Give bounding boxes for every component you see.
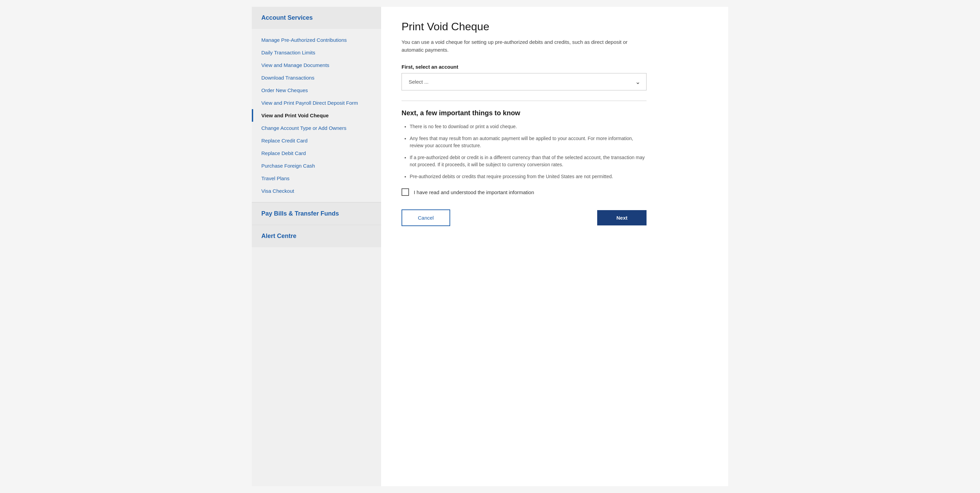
info-bullet-1: Any fees that may result from an automat… — [410, 135, 646, 149]
sidebar-item-view-print-payroll[interactable]: View and Print Payroll Direct Deposit Fo… — [252, 97, 381, 109]
sidebar-item-order-new-cheques[interactable]: Order New Cheques — [252, 84, 381, 97]
acknowledge-checkbox[interactable] — [401, 189, 409, 196]
page-description: You can use a void cheque for setting up… — [401, 38, 646, 54]
alert-centre-footer[interactable]: Alert Centre — [252, 225, 381, 247]
sidebar-item-replace-credit-card[interactable]: Replace Credit Card — [252, 134, 381, 147]
checkbox-row: I have read and understood the important… — [401, 189, 646, 196]
sidebar-link-view-print-payroll[interactable]: View and Print Payroll Direct Deposit Fo… — [252, 97, 381, 109]
account-services-section: Account Services Manage Pre-Authorized C… — [252, 7, 381, 202]
sidebar-item-daily-transaction-limits[interactable]: Daily Transaction Limits — [252, 46, 381, 59]
sidebar-item-change-account-type[interactable]: Change Account Type or Add Owners — [252, 122, 381, 134]
info-bullets-list: There is no fee to download or print a v… — [401, 123, 646, 180]
sidebar-item-download-transactions[interactable]: Download Transactions — [252, 71, 381, 84]
info-bullet-0: There is no fee to download or print a v… — [410, 123, 646, 130]
info-bullet-2: If a pre-authorized debit or credit is i… — [410, 154, 646, 168]
sidebar-link-replace-credit-card[interactable]: Replace Credit Card — [252, 134, 381, 147]
next-button[interactable]: Next — [597, 210, 646, 225]
sidebar-link-daily-transaction-limits[interactable]: Daily Transaction Limits — [252, 46, 381, 59]
info-section-title: Next, a few important things to know — [401, 109, 646, 117]
sidebar-link-travel-plans[interactable]: Travel Plans — [252, 172, 381, 185]
sidebar: Account Services Manage Pre-Authorized C… — [252, 7, 381, 486]
cancel-button[interactable]: Cancel — [401, 209, 450, 226]
sidebar-item-replace-debit-card[interactable]: Replace Debit Card — [252, 147, 381, 160]
sidebar-item-visa-checkout[interactable]: Visa Checkout — [252, 185, 381, 197]
sidebar-link-purchase-foreign-cash[interactable]: Purchase Foreign Cash — [252, 160, 381, 172]
sidebar-link-replace-debit-card[interactable]: Replace Debit Card — [252, 147, 381, 160]
sidebar-link-view-print-void-cheque[interactable]: View and Print Void Cheque — [253, 109, 381, 122]
sidebar-link-change-account-type[interactable]: Change Account Type or Add Owners — [252, 122, 381, 134]
checkbox-label: I have read and understood the important… — [414, 189, 534, 195]
sidebar-link-view-manage-documents[interactable]: View and Manage Documents — [252, 59, 381, 71]
sidebar-item-view-manage-documents[interactable]: View and Manage Documents — [252, 59, 381, 71]
select-account-label: First, select an account — [401, 64, 708, 70]
main-content: Print Void Cheque You can use a void che… — [381, 7, 728, 486]
info-section: Next, a few important things to know The… — [401, 109, 646, 196]
account-select[interactable]: Select ... — [401, 73, 646, 90]
sidebar-link-order-new-cheques[interactable]: Order New Cheques — [252, 84, 381, 97]
account-select-wrapper: Select ... ⌄ — [401, 73, 646, 90]
sidebar-link-download-transactions[interactable]: Download Transactions — [252, 71, 381, 84]
pay-bills-footer[interactable]: Pay Bills & Transfer Funds — [252, 202, 381, 225]
sidebar-nav: Manage Pre-Authorized ContributionsDaily… — [252, 29, 381, 202]
info-bullet-3: Pre-authorized debits or credits that re… — [410, 173, 646, 180]
button-row: Cancel Next — [401, 209, 646, 226]
sidebar-item-purchase-foreign-cash[interactable]: Purchase Foreign Cash — [252, 160, 381, 172]
section-divider — [401, 101, 646, 101]
sidebar-item-view-print-void-cheque[interactable]: View and Print Void Cheque — [252, 109, 381, 122]
sidebar-link-visa-checkout[interactable]: Visa Checkout — [252, 185, 381, 197]
page-title: Print Void Cheque — [401, 21, 708, 33]
sidebar-link-manage-pre-authorized[interactable]: Manage Pre-Authorized Contributions — [252, 34, 381, 46]
sidebar-item-travel-plans[interactable]: Travel Plans — [252, 172, 381, 185]
sidebar-item-manage-pre-authorized[interactable]: Manage Pre-Authorized Contributions — [252, 34, 381, 46]
account-services-header: Account Services — [252, 7, 381, 29]
